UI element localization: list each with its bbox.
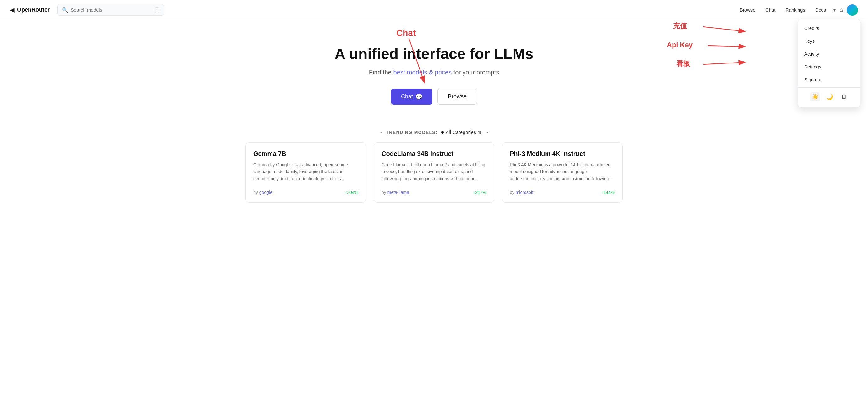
model-trend-gemma: ↑304% — [345, 190, 358, 195]
hero-buttons: Chat 💬 Browse — [391, 89, 477, 105]
model-card-phi3[interactable]: Phi-3 Medium 4K Instruct Phi-3 4K Medium… — [502, 142, 623, 203]
hero-subtitle: Find the best models & prices for your p… — [369, 69, 499, 76]
model-card-gemma[interactable]: Gemma 7B Gemma by Google is an advanced,… — [245, 142, 366, 203]
model-desc-codellama: Code Llama is built upon Llama 2 and exc… — [381, 161, 487, 182]
filter-text: All Categories — [446, 130, 476, 135]
logo-text: OpenRouter — [17, 7, 50, 13]
nav-links: Browse Chat Rankings Docs — [740, 7, 826, 12]
tilde-left: ~ — [379, 130, 382, 135]
dropdown-activity[interactable]: Activity — [798, 47, 860, 60]
model-desc-gemma: Gemma by Google is an advanced, open-sou… — [253, 161, 358, 182]
subtitle-prefix: Find the — [369, 69, 394, 76]
browse-button[interactable]: Browse — [437, 89, 477, 105]
nav-browse[interactable]: Browse — [740, 7, 755, 12]
filter-dot — [441, 131, 444, 134]
model-by-gemma: by google — [253, 190, 273, 195]
browse-button-label: Browse — [448, 93, 467, 100]
model-by-link-phi3[interactable]: microsoft — [516, 190, 534, 195]
dropdown-settings[interactable]: Settings — [798, 60, 860, 73]
dropdown-keys[interactable]: Keys — [798, 35, 860, 47]
model-card-codellama[interactable]: CodeLlama 34B Instruct Code Llama is bui… — [374, 142, 494, 203]
search-icon: 🔍 — [62, 7, 68, 13]
model-by-codellama: by meta-llama — [381, 190, 409, 195]
dropdown-menu: Credits Keys Activity Settings Sign out … — [798, 19, 861, 107]
subtitle-link[interactable]: best models & prices — [394, 69, 452, 76]
theme-light-btn[interactable]: ☀️ — [810, 92, 820, 101]
logo[interactable]: ◀ OpenRouter — [10, 7, 50, 13]
tilde-right: ~ — [486, 130, 489, 135]
model-trend-phi3: ↑144% — [601, 190, 615, 195]
trending-header: ~ TRENDING MODELS: All Categories ⇅ ~ — [245, 130, 623, 135]
model-by-link-gemma[interactable]: google — [259, 190, 273, 195]
model-cards: Gemma 7B Gemma by Google is an advanced,… — [245, 142, 623, 203]
theme-row: ☀️ 🌙 🖥 — [798, 89, 860, 105]
model-trend-codellama: ↑217% — [473, 190, 487, 195]
header: ◀ OpenRouter 🔍 / Browse Chat Rankings Do… — [0, 0, 868, 20]
nav-right: ▾ ⌂ — [833, 4, 858, 16]
nav-chat[interactable]: Chat — [766, 7, 776, 12]
model-desc-phi3: Phi-3 4K Medium is a powerful 14-billion… — [510, 161, 615, 182]
model-by-link-codellama[interactable]: meta-llama — [388, 190, 409, 195]
nav-rankings[interactable]: Rankings — [785, 7, 805, 12]
model-footer-gemma: by google ↑304% — [253, 190, 358, 195]
main-content: Chat A unified interface for LLMs Find t… — [0, 20, 868, 215]
model-footer-phi3: by microsoft ↑144% — [510, 190, 615, 195]
theme-dark-btn[interactable]: 🌙 — [825, 92, 834, 101]
avatar[interactable] — [847, 4, 858, 16]
chevron-down-icon[interactable]: ▾ — [833, 7, 836, 12]
search-bar[interactable]: 🔍 / — [57, 4, 164, 16]
dropdown-signout[interactable]: Sign out — [798, 73, 860, 86]
trending-section: ~ TRENDING MODELS: All Categories ⇅ ~ Ge… — [245, 130, 623, 203]
subtitle-suffix: for your prompts — [452, 69, 499, 76]
model-by-phi3: by microsoft — [510, 190, 533, 195]
nav-docs[interactable]: Docs — [815, 7, 826, 12]
hero-title: A unified interface for LLMs — [335, 45, 534, 63]
chat-icon: 💬 — [415, 93, 422, 100]
search-input[interactable] — [71, 7, 152, 12]
logo-icon: ◀ — [10, 7, 14, 13]
dropdown-divider — [798, 87, 860, 88]
model-name-phi3: Phi-3 Medium 4K Instruct — [510, 150, 615, 157]
model-name-gemma: Gemma 7B — [253, 150, 358, 157]
model-name-codellama: CodeLlama 34B Instruct — [381, 150, 487, 157]
dropdown-credits[interactable]: Credits — [798, 22, 860, 35]
model-footer-codellama: by meta-llama ↑217% — [381, 190, 487, 195]
search-shortcut: / — [155, 7, 159, 13]
theme-system-btn[interactable]: 🖥 — [839, 92, 847, 101]
sort-icon: ⇅ — [478, 130, 482, 135]
svg-text:Chat: Chat — [396, 28, 416, 38]
chat-button-label: Chat — [401, 93, 413, 100]
chat-button[interactable]: Chat 💬 — [391, 89, 432, 105]
category-filter[interactable]: All Categories ⇅ — [441, 130, 482, 135]
trending-label: TRENDING MODELS: — [386, 130, 437, 135]
home-icon[interactable]: ⌂ — [839, 7, 843, 13]
